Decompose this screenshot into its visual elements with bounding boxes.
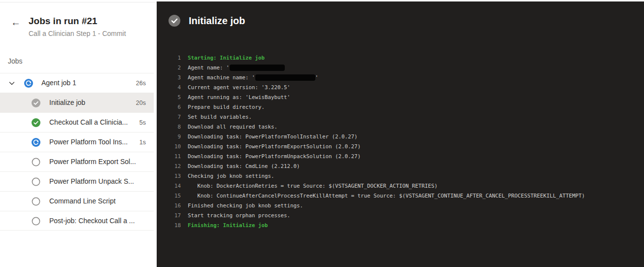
job-row-step[interactable]: Checkout Call a Clinicia...5s	[0, 112, 154, 132]
log-line-number[interactable]: 4	[157, 83, 181, 93]
log-line: 14 Knob: DockerActionRetries = true Sour…	[157, 181, 644, 191]
log-line-text: Prepare build directory.	[188, 102, 265, 112]
jobs-section-label: Jobs	[8, 57, 23, 65]
log-line-number[interactable]: 15	[157, 191, 181, 201]
job-row-step[interactable]: Power Platform Tool Ins...1s	[0, 132, 154, 152]
pending-circle-icon	[32, 177, 40, 186]
job-row-step[interactable]: Initialize job20s	[0, 93, 154, 112]
log-line-text: Knob: DockerActionRetries = true Source:…	[188, 181, 438, 191]
job-row-label: Power Platform Unpack S...	[49, 177, 134, 185]
job-row-duration: 26s	[136, 80, 146, 87]
log-line-text: Current agent version: '3.220.5'	[188, 83, 290, 93]
log-line-number[interactable]: 16	[157, 201, 181, 211]
job-row-label: Checkout Call a Clinicia...	[49, 118, 128, 126]
job-row-duration: 1s	[139, 139, 146, 146]
log-line-number[interactable]: 17	[157, 211, 181, 221]
log-line-text: Agent running as: 'LewisBaybutt'	[188, 93, 290, 102]
log-line-number[interactable]: 8	[157, 122, 181, 132]
log-line-number[interactable]: 1	[157, 53, 181, 63]
run-title: Jobs in run #21	[29, 16, 97, 27]
redaction-block	[230, 65, 285, 71]
job-row-step[interactable]: Power Platform Unpack S...	[0, 171, 154, 191]
log-line-text: Finished checking job knob settings.	[188, 201, 303, 211]
log-line-number[interactable]: 9	[157, 132, 181, 142]
log-line-number[interactable]: 14	[157, 181, 181, 191]
log-line: 13Checking job knob settings.	[157, 171, 644, 181]
neutral-check-icon	[32, 99, 40, 107]
jobs-sidebar: ← Jobs in run #21 Call a Clinician Step …	[0, 0, 157, 267]
pending-circle-icon	[32, 197, 40, 206]
job-row-label: Power Platform Tool Ins...	[49, 138, 128, 146]
job-status-check-icon	[169, 15, 180, 27]
log-line-text: Agent name: '	[188, 63, 285, 73]
log-line-number[interactable]: 18	[157, 221, 181, 231]
log-line-number[interactable]: 5	[157, 93, 181, 102]
log-lines: 1Starting: Initialize job2Agent name: '3…	[157, 53, 644, 231]
log-line-number[interactable]: 2	[157, 63, 181, 73]
log-line: 4Current agent version: '3.220.5'	[157, 83, 644, 93]
log-line: 6Prepare build directory.	[157, 102, 644, 112]
log-line: 1Starting: Initialize job	[157, 53, 644, 63]
pending-circle-icon	[32, 158, 40, 167]
log-line-number[interactable]: 3	[157, 73, 181, 83]
log-line-text: Downloading task: PowerPlatformToolInsta…	[188, 132, 358, 142]
log-line-text: Starting: Initialize job	[188, 53, 265, 63]
log-line-text: Set build variables.	[188, 112, 252, 122]
log-line-text: Downloading task: PowerPlatformExportSol…	[188, 142, 361, 152]
log-line-number[interactable]: 11	[157, 152, 181, 162]
log-line: 2Agent name: '	[157, 63, 644, 73]
job-row-step[interactable]: Command Line Script	[0, 191, 154, 211]
log-line-text: Checking job knob settings.	[188, 171, 274, 181]
job-row-label: Initialize job	[49, 99, 85, 106]
log-line-number[interactable]: 6	[157, 102, 181, 112]
job-row-label: Command Line Script	[49, 197, 116, 205]
sidebar-top-divider	[0, 2, 157, 2]
success-check-icon	[32, 118, 40, 127]
log-line-text: Finishing: Initialize job	[188, 221, 268, 231]
log-line: 12Downloading task: CmdLine (2.212.0)	[157, 162, 644, 171]
log-header: Initialize job	[169, 15, 245, 27]
job-row-group[interactable]: Agent job 126s	[0, 73, 154, 93]
log-line: 5Agent running as: 'LewisBaybutt'	[157, 93, 644, 102]
log-line-number[interactable]: 7	[157, 112, 181, 122]
chevron-down-icon[interactable]	[8, 80, 16, 87]
log-line-number[interactable]: 13	[157, 171, 181, 181]
running-sync-icon	[32, 138, 40, 147]
back-arrow-icon[interactable]: ←	[10, 16, 22, 28]
log-line-text: Downloading task: CmdLine (2.212.0)	[188, 162, 300, 171]
log-line: 10Downloading task: PowerPlatformExportS…	[157, 142, 644, 152]
job-row-label: Agent job 1	[41, 79, 76, 87]
log-line-text: Knob: ContinueAfterCancelProcessTreeKill…	[188, 191, 585, 201]
log-line-text: Start tracking orphan processes.	[188, 211, 290, 221]
log-line-text: Downloading task: PowerPlatformUnpackSol…	[188, 152, 361, 162]
job-row-label: Post-job: Checkout Call a ...	[49, 217, 135, 225]
log-line: 9Downloading task: PowerPlatformToolInst…	[157, 132, 644, 142]
pending-circle-icon	[32, 217, 40, 226]
log-line-number[interactable]: 10	[157, 142, 181, 152]
log-line: 17Start tracking orphan processes.	[157, 211, 644, 221]
run-subtitle: Call a Clinician Step 1 - Commit	[29, 30, 126, 37]
log-line: 16Finished checking job knob settings.	[157, 201, 644, 211]
job-row-step[interactable]: Power Platform Export Sol...	[0, 152, 154, 171]
pipeline-run-page: ← Jobs in run #21 Call a Clinician Step …	[0, 0, 644, 267]
job-list: Agent job 126sInitialize job20sCheckout …	[0, 73, 154, 231]
log-line-number[interactable]: 12	[157, 162, 181, 171]
log-line: 15 Knob: ContinueAfterCancelProcessTreeK…	[157, 191, 644, 201]
job-row-label: Power Platform Export Sol...	[49, 158, 136, 166]
log-line: 8Download all required tasks.	[157, 122, 644, 132]
redaction-block	[255, 74, 315, 81]
log-title: Initialize job	[189, 15, 245, 27]
log-line: 7Set build variables.	[157, 112, 644, 122]
running-sync-icon	[24, 79, 33, 88]
job-row-step[interactable]: Post-job: Checkout Call a ...	[0, 211, 154, 231]
log-line: 3Agent machine name: ''	[157, 73, 644, 83]
job-row-duration: 5s	[139, 119, 146, 126]
log-line-text: Agent machine name: ''	[188, 73, 318, 83]
log-line: 11Downloading task: PowerPlatformUnpackS…	[157, 152, 644, 162]
log-line: 18Finishing: Initialize job	[157, 221, 644, 231]
job-row-duration: 20s	[136, 100, 146, 106]
log-panel[interactable]: Initialize job 1Starting: Initialize job…	[157, 1, 644, 267]
log-line-text: Download all required tasks.	[188, 122, 277, 132]
